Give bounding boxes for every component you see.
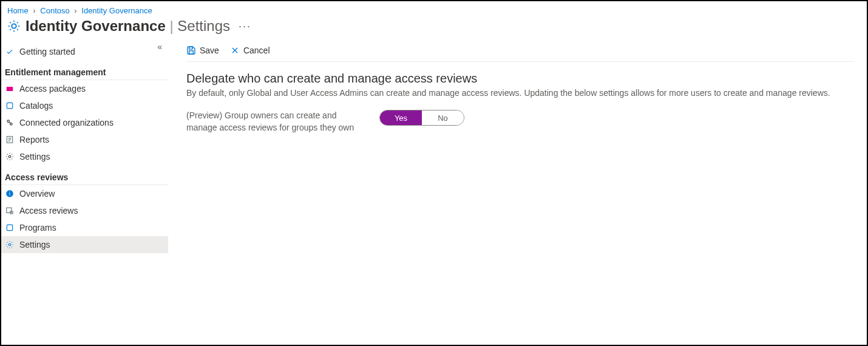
svg-rect-2 bbox=[7, 103, 12, 108]
chevron-right-icon: › bbox=[74, 6, 76, 15]
sidebar: « Getting started Entitlement management… bbox=[1, 39, 168, 339]
breadcrumb-link-identity-governance[interactable]: Identity Governance bbox=[81, 6, 152, 15]
sidebar-item-connected-organizations[interactable]: Connected organizations bbox=[1, 114, 168, 131]
sidebar-item-label: Getting started bbox=[19, 47, 75, 56]
svg-point-6 bbox=[8, 155, 11, 158]
sidebar-item-label: Access reviews bbox=[19, 206, 78, 215]
sidebar-item-label: Reports bbox=[19, 135, 49, 144]
reports-icon bbox=[5, 135, 15, 144]
main-content: Save Cancel Delegate who can create and … bbox=[168, 39, 867, 339]
sidebar-item-entitlement-settings[interactable]: Settings bbox=[1, 148, 168, 165]
cancel-button-label: Cancel bbox=[243, 46, 270, 55]
svg-point-0 bbox=[12, 24, 16, 28]
sidebar-item-label: Settings bbox=[19, 240, 50, 249]
save-icon bbox=[186, 46, 196, 55]
svg-text:i: i bbox=[9, 191, 10, 197]
sidebar-section-access-reviews: Access reviews bbox=[1, 169, 168, 185]
setting-row-group-owners: (Preview) Group owners can create and ma… bbox=[186, 110, 855, 134]
sidebar-section-entitlement: Entitlement management bbox=[1, 64, 168, 80]
identity-governance-icon bbox=[7, 19, 21, 33]
sidebar-item-reports[interactable]: Reports bbox=[1, 131, 168, 148]
connected-orgs-icon bbox=[5, 118, 15, 127]
sidebar-item-programs[interactable]: Programs bbox=[1, 219, 168, 236]
group-owners-toggle[interactable]: Yes No bbox=[379, 110, 464, 126]
info-icon: i bbox=[5, 189, 15, 198]
collapse-sidebar-button[interactable]: « bbox=[157, 42, 162, 52]
save-button[interactable]: Save bbox=[186, 46, 219, 55]
toggle-option-yes[interactable]: Yes bbox=[380, 110, 422, 125]
page-title-subtitle: Settings bbox=[177, 18, 230, 34]
sidebar-item-access-packages[interactable]: Access packages bbox=[1, 80, 168, 97]
setting-label: (Preview) Group owners can create and ma… bbox=[186, 110, 368, 134]
svg-rect-11 bbox=[7, 225, 12, 230]
save-button-label: Save bbox=[200, 46, 219, 55]
svg-rect-1 bbox=[7, 87, 13, 91]
access-packages-icon bbox=[5, 84, 15, 93]
page-title-main: Identity Governance bbox=[25, 18, 166, 34]
gear-icon bbox=[5, 152, 15, 161]
access-reviews-icon bbox=[5, 206, 15, 215]
breadcrumb-link-contoso[interactable]: Contoso bbox=[40, 6, 69, 15]
section-description: By default, only Global and User Access … bbox=[186, 88, 855, 98]
sidebar-item-label: Catalogs bbox=[19, 101, 53, 110]
sidebar-item-overview[interactable]: i Overview bbox=[1, 185, 168, 202]
svg-rect-14 bbox=[189, 51, 194, 54]
cancel-button[interactable]: Cancel bbox=[230, 46, 270, 55]
svg-rect-9 bbox=[7, 208, 12, 212]
page-title: Identity Governance | Settings bbox=[25, 18, 230, 35]
page-header: Identity Governance | Settings ··· bbox=[1, 18, 867, 39]
sidebar-item-label: Programs bbox=[19, 223, 56, 232]
toggle-option-no[interactable]: No bbox=[422, 110, 464, 125]
sidebar-item-access-reviews[interactable]: Access reviews bbox=[1, 202, 168, 219]
toolbar: Save Cancel bbox=[186, 39, 855, 62]
sidebar-item-catalogs[interactable]: Catalogs bbox=[1, 97, 168, 114]
gear-icon bbox=[5, 240, 15, 249]
chevron-right-icon: › bbox=[33, 6, 35, 15]
breadcrumb: Home › Contoso › Identity Governance bbox=[1, 1, 867, 18]
sidebar-item-label: Overview bbox=[19, 189, 55, 198]
sidebar-item-label: Connected organizations bbox=[19, 118, 114, 127]
sidebar-item-getting-started[interactable]: Getting started bbox=[1, 43, 168, 60]
catalogs-icon bbox=[5, 101, 15, 110]
sidebar-item-settings[interactable]: Settings bbox=[1, 236, 168, 253]
section-heading: Delegate who can create and manage acces… bbox=[186, 72, 855, 86]
svg-point-12 bbox=[8, 243, 11, 246]
sidebar-item-label: Settings bbox=[19, 152, 50, 161]
sidebar-item-label: Access packages bbox=[19, 84, 86, 93]
breadcrumb-link-home[interactable]: Home bbox=[7, 6, 29, 15]
programs-icon bbox=[5, 223, 15, 232]
getting-started-icon bbox=[5, 47, 15, 56]
svg-rect-13 bbox=[189, 47, 192, 49]
close-icon bbox=[230, 46, 240, 55]
title-divider: | bbox=[169, 18, 177, 34]
more-button[interactable]: ··· bbox=[239, 20, 251, 33]
